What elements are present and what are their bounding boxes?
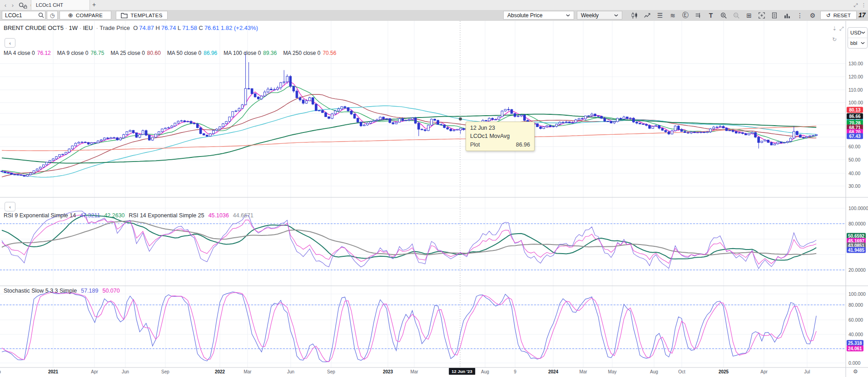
legend-change: 1.82 (+2.43%) <box>221 24 258 31</box>
ma-legend[interactable]: MA 4 close 076.12MA 9 close 076.75MA 25 … <box>4 50 342 56</box>
tooltip-row-value: 86.96 <box>516 142 530 148</box>
legend-part: Stochastic Slow 5 3 3 Simple <box>4 288 77 294</box>
time-axis-settings-icon[interactable]: ⚙ <box>853 368 858 375</box>
legend-interval: 1W <box>69 24 78 31</box>
tooltip-row-label: Plot <box>470 142 480 148</box>
go-to-realtime-icon[interactable]: ⇣ <box>832 25 837 32</box>
unit-select[interactable]: bbl <box>848 38 867 48</box>
legend-part: 50.070 <box>102 288 119 294</box>
currency-select[interactable]: USD <box>848 28 867 38</box>
charting-app: ‹ › ▸ LCOc1 CHT + ⤢ ⋮ ◷ ⊕ COMPARE TEMPLA… <box>0 0 868 377</box>
refresh-pane-icon[interactable]: ↻ <box>832 36 837 43</box>
ohlc-H: H76.74 <box>156 24 178 31</box>
ohlc-O: O74.87 <box>133 24 155 31</box>
rsi-pane-collapse-button[interactable]: ‹ <box>5 202 15 211</box>
ma-legend-item[interactable]: MA 4 close 076.12 <box>4 50 57 56</box>
legend-part: 47.3211 <box>80 212 100 219</box>
unit-selector: USD bbl <box>848 27 868 49</box>
tooltip-series: LCOc1 MovAvg <box>470 133 530 139</box>
ma-legend-item[interactable]: MA 50 close 086.96 <box>167 50 223 56</box>
unit-value: bbl <box>850 40 857 46</box>
ohlc-L: L71.58 <box>178 24 198 31</box>
ma-legend-item[interactable]: MA 100 close 089.36 <box>223 50 283 56</box>
legend-price-type: Trade Price <box>99 24 130 31</box>
ma-legend-item[interactable]: MA 25 close 080.60 <box>110 50 167 56</box>
stoch-legend[interactable]: Stochastic Slow 5 3 3 Simple57.18950.070 <box>4 288 124 294</box>
symbol-title: BRENT CRUDE OCT5 <box>4 24 64 31</box>
legend-part: 45.1036 <box>208 212 229 219</box>
legend-part: 57.189 <box>81 288 98 294</box>
legend-part: 42.2630 <box>104 212 124 219</box>
ohlc-C: C76.61 <box>199 24 221 31</box>
legend-part: RSI 14 Exponential Simple 25 <box>129 212 204 219</box>
tooltip-date: 12 Jun 23 <box>470 125 530 131</box>
chevron-down-icon <box>861 31 865 34</box>
currency-value: USD <box>850 30 861 35</box>
legend-part: RSI 9 Exponential Simple 14 <box>4 212 76 219</box>
rsi-legend[interactable]: RSI 9 Exponential Simple 1447.321142.263… <box>4 212 258 219</box>
ma-legend-item[interactable]: MA 250 close 070.56 <box>283 50 342 56</box>
legend-part: 44.6671 <box>233 212 253 219</box>
ma-legend-item[interactable]: MA 9 close 076.75 <box>57 50 111 56</box>
movavg-tooltip: 12 Jun 23 LCOc1 MovAvg Plot 86.96 <box>466 122 535 151</box>
chart-plot[interactable] <box>0 0 868 377</box>
main-symbol-legend[interactable]: BRENT CRUDE OCT5 · 1W · IEU · Trade Pric… <box>4 24 258 31</box>
chart-region: BRENT CRUDE OCT5 · 1W · IEU · Trade Pric… <box>0 21 868 377</box>
main-pane-collapse-button[interactable]: ‹ <box>5 38 15 48</box>
chart-canvas[interactable] <box>0 0 868 377</box>
chevron-down-icon <box>861 42 865 44</box>
maximize-pane-icon[interactable]: ⤢ <box>839 25 844 32</box>
legend-exchange: IEU <box>83 24 93 31</box>
